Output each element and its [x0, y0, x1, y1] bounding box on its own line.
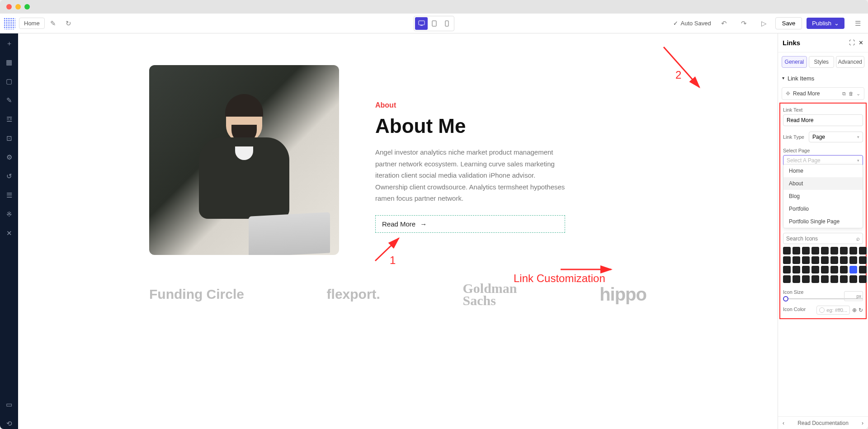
icon-option[interactable] — [830, 266, 838, 273]
icon-option[interactable] — [793, 247, 800, 255]
icon-option[interactable] — [783, 247, 791, 255]
mac-titlebar — [0, 0, 868, 14]
link-type-select[interactable]: Page▾ — [809, 132, 863, 142]
icon-color-input[interactable]: eg: #ff0... — [816, 306, 850, 315]
layers-icon[interactable]: ☲ — [4, 114, 14, 125]
icon-option[interactable] — [840, 275, 848, 283]
breadcrumb-home[interactable]: Home — [19, 18, 45, 29]
close-panel-icon[interactable]: ✕ — [859, 39, 863, 46]
panel-title: Links — [783, 39, 800, 47]
page-option[interactable]: Portfolio Single Page — [783, 215, 863, 228]
close-window-icon[interactable] — [6, 4, 12, 9]
device-tablet-button[interactable] — [428, 17, 440, 30]
link-icon[interactable]: ↺ — [4, 171, 14, 182]
color-global-icon[interactable]: ⊕ — [852, 307, 857, 313]
footer-forward-icon[interactable]: › — [862, 420, 863, 426]
undo-icon[interactable]: ↶ — [717, 17, 731, 30]
icon-option[interactable] — [783, 275, 791, 283]
publish-button[interactable]: Publish⌄ — [807, 18, 844, 29]
icon-option[interactable] — [821, 247, 829, 255]
data-icon[interactable]: ☰ — [4, 190, 14, 201]
icon-option[interactable] — [840, 256, 848, 264]
link-text-input[interactable] — [783, 114, 863, 126]
delete-icon[interactable]: 🗑 — [849, 91, 854, 96]
edit-icon[interactable]: ✎ — [47, 17, 60, 30]
icon-option[interactable] — [802, 275, 810, 283]
history-icon[interactable]: ↻ — [62, 17, 75, 30]
icon-option[interactable] — [859, 247, 867, 255]
collapse-icon[interactable]: ⟲ — [4, 418, 14, 429]
icon-option[interactable] — [840, 266, 848, 273]
icon-option[interactable] — [802, 256, 810, 264]
icon-option[interactable] — [849, 256, 857, 264]
field-label-link-type: Link Type — [783, 134, 804, 140]
chevron-down-icon[interactable]: ⌄ — [856, 91, 860, 97]
icon-option[interactable] — [793, 256, 800, 264]
maximize-window-icon[interactable] — [24, 4, 30, 9]
menu-icon[interactable]: ☰ — [851, 17, 864, 30]
icon-option[interactable] — [811, 275, 819, 283]
icon-option[interactable] — [811, 266, 819, 273]
icon-option[interactable] — [811, 256, 819, 264]
canvas[interactable]: About About Me Angel investor analytics … — [18, 33, 778, 429]
icon-option[interactable] — [830, 256, 838, 264]
icon-option[interactable] — [849, 275, 857, 283]
icon-option[interactable] — [783, 266, 791, 273]
save-button[interactable]: Save — [775, 17, 802, 29]
icon-option[interactable] — [793, 266, 800, 273]
icon-option[interactable] — [859, 266, 867, 273]
icon-option[interactable] — [821, 275, 829, 283]
color-reset-icon[interactable]: ↻ — [859, 307, 863, 313]
drag-handle-icon[interactable]: ✥ — [786, 90, 790, 97]
expand-panel-icon[interactable]: ⛶ — [849, 39, 855, 46]
page-option[interactable]: Portfolio — [783, 203, 863, 215]
page-icon[interactable]: ▢ — [4, 76, 14, 87]
icon-option[interactable] — [859, 256, 867, 264]
icon-option[interactable] — [811, 247, 819, 255]
page-option[interactable]: About — [783, 177, 863, 190]
page-option[interactable]: Blog — [783, 190, 863, 203]
icon-option[interactable] — [783, 256, 791, 264]
footer-back-icon[interactable]: ‹ — [783, 420, 784, 426]
icon-size-value[interactable]: px — [844, 291, 863, 301]
page-option[interactable]: Home — [783, 165, 863, 177]
icon-option[interactable] — [859, 275, 867, 283]
search-icons-input[interactable] — [786, 236, 856, 242]
left-rail: ＋ ▦ ▢ ✎ ☲ ⊡ ⚙ ↺ ☰ ※ ✕ ▭ ⟲ — [0, 33, 18, 429]
icon-option[interactable] — [802, 266, 810, 273]
preview-icon[interactable]: ▷ — [757, 17, 771, 30]
icon-option[interactable] — [821, 256, 829, 264]
layout-icon[interactable]: ▦ — [4, 57, 14, 68]
minimize-window-icon[interactable] — [15, 4, 21, 9]
icon-option[interactable] — [830, 275, 838, 283]
redo-icon[interactable]: ↷ — [737, 17, 751, 30]
slider-thumb[interactable] — [783, 296, 788, 302]
device-desktop-button[interactable] — [415, 17, 428, 30]
section-link-items[interactable]: Link Items — [778, 71, 868, 85]
tools-icon[interactable]: ✕ — [4, 228, 14, 239]
icon-option[interactable] — [830, 247, 838, 255]
design-icon[interactable]: ✎ — [4, 95, 14, 106]
help-icon[interactable]: ▭ — [4, 399, 14, 410]
network-icon[interactable]: ※ — [4, 209, 14, 220]
icon-option[interactable] — [802, 247, 810, 255]
icon-option[interactable] — [849, 247, 857, 255]
footer-doc-link[interactable]: Read Documentation — [797, 420, 849, 426]
settings-icon[interactable]: ⚙ — [4, 152, 14, 163]
icon-option[interactable] — [840, 247, 848, 255]
device-mobile-button[interactable] — [440, 17, 453, 30]
link-item-row[interactable]: ✥ Read More ⧉ 🗑 ⌄ — [782, 87, 864, 100]
icon-option[interactable] — [821, 266, 829, 273]
app-logo-icon[interactable] — [4, 18, 15, 29]
tab-general[interactable]: General — [782, 56, 807, 68]
media-icon[interactable]: ⊡ — [4, 133, 14, 144]
duplicate-icon[interactable]: ⧉ — [842, 91, 846, 97]
search-icons-field[interactable]: ⌕ — [783, 233, 863, 244]
tab-styles[interactable]: Styles — [809, 56, 834, 68]
add-icon[interactable]: ＋ — [4, 38, 14, 49]
icon-option-selected[interactable] — [849, 266, 857, 273]
icon-option[interactable] — [793, 275, 800, 283]
readmore-link[interactable]: Read More → — [375, 215, 565, 233]
icon-size-slider[interactable]: px — [783, 298, 863, 299]
tab-advanced[interactable]: Advanced — [836, 56, 864, 68]
